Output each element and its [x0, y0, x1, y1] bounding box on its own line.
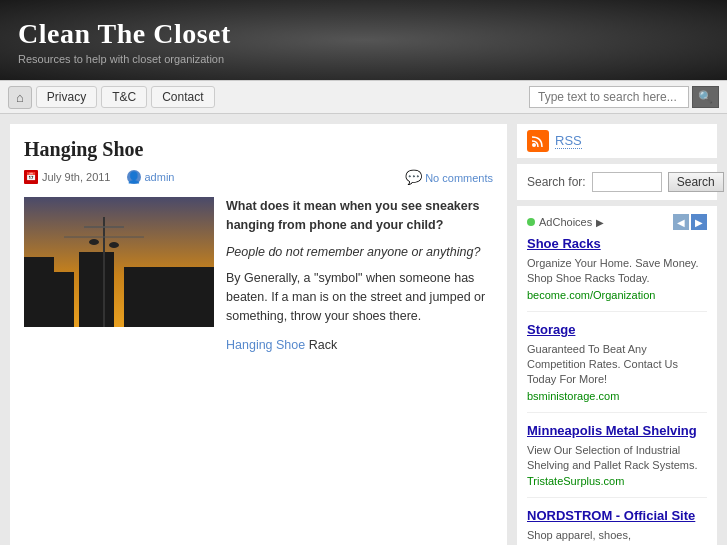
navbar: ⌂ Privacy T&C Contact 🔍: [0, 80, 727, 114]
ad-title[interactable]: Storage: [527, 322, 707, 339]
rss-link[interactable]: RSS: [555, 133, 582, 149]
site-header: Clean The Closet Resources to help with …: [0, 0, 727, 80]
ad-item: Shoe Racks Organize Your Home. Save Mone…: [527, 236, 707, 312]
post-comments-link[interactable]: No comments: [425, 172, 493, 184]
sidebar: RSS Search for: Search AdChoices ▶ ◀ ▶: [517, 124, 717, 545]
sidebar-search: Search for: Search: [517, 164, 717, 200]
calendar-icon: 📅: [24, 170, 38, 184]
nav-tc[interactable]: T&C: [101, 86, 147, 108]
ads-navigation: ◀ ▶: [673, 214, 707, 230]
post-link-line: Hanging Shoe Rack: [226, 336, 493, 355]
home-button[interactable]: ⌂: [8, 86, 32, 109]
ad-description: Organize Your Home. Save Money. Shop Sho…: [527, 256, 707, 287]
sidebar-search-label: Search for:: [527, 175, 586, 189]
svg-rect-4: [124, 267, 214, 327]
post-author: 👤 admin: [127, 170, 175, 184]
sidebar-search-input[interactable]: [592, 172, 662, 192]
comment-icon: 💬: [405, 169, 422, 185]
post-italic: People do not remember anyone or anythin…: [226, 243, 493, 262]
content-wrapper: Hanging Shoe 📅 July 9th, 2011 👤 admin 💬 …: [0, 114, 727, 545]
ads-play-icon: ▶: [596, 217, 604, 228]
main-content: Hanging Shoe 📅 July 9th, 2011 👤 admin 💬 …: [10, 124, 507, 545]
ads-label: AdChoices ▶: [527, 216, 604, 228]
ad-item: Minneapolis Metal Shelving View Our Sele…: [527, 423, 707, 499]
svg-point-10: [532, 143, 536, 147]
post-title: Hanging Shoe: [24, 138, 493, 161]
post-body: By Generally, a "symbol" when someone ha…: [226, 269, 493, 325]
svg-point-9: [109, 242, 119, 248]
site-subtitle: Resources to help with closet organizati…: [18, 53, 709, 65]
svg-rect-3: [79, 252, 114, 327]
post-link[interactable]: Hanging Shoe: [226, 338, 305, 352]
ads-list: Shoe Racks Organize Your Home. Save Mone…: [527, 236, 707, 545]
ad-item: Storage Guaranteed To Beat Any Competiti…: [527, 322, 707, 413]
ads-header: AdChoices ▶ ◀ ▶: [527, 214, 707, 230]
ad-title[interactable]: NORDSTROM - Official Site: [527, 508, 707, 525]
ad-url: TristateSurplus.com: [527, 475, 707, 487]
site-title: Clean The Closet: [18, 18, 709, 50]
ads-dot-icon: [527, 218, 535, 226]
nav-search-button[interactable]: 🔍: [692, 86, 719, 108]
ad-url: bsministorage.com: [527, 390, 707, 402]
ad-description: Shop apparel, shoes,: [527, 528, 707, 543]
nav-left: ⌂ Privacy T&C Contact: [8, 86, 215, 109]
nav-contact[interactable]: Contact: [151, 86, 214, 108]
nav-search-input[interactable]: [529, 86, 689, 108]
rss-icon: [527, 130, 549, 152]
post-comments: 💬 No comments: [405, 169, 493, 185]
svg-rect-2: [54, 272, 74, 327]
post-question: What does it mean when you see sneakers …: [226, 197, 493, 235]
post-meta: 📅 July 9th, 2011 👤 admin 💬 No comments: [24, 169, 493, 185]
ad-item: NORDSTROM - Official Site Shop apparel, …: [527, 508, 707, 545]
user-icon: 👤: [127, 170, 141, 184]
sidebar-ads: AdChoices ▶ ◀ ▶ Shoe Racks Organize Your…: [517, 206, 717, 545]
ad-description: View Our Selection of Industrial Shelvin…: [527, 443, 707, 474]
ads-next-button[interactable]: ▶: [691, 214, 707, 230]
post-date: 📅 July 9th, 2011: [24, 170, 111, 184]
nav-search: 🔍: [529, 86, 719, 108]
post-link-suffix: Rack: [305, 338, 337, 352]
nav-privacy[interactable]: Privacy: [36, 86, 97, 108]
post-text: What does it mean when you see sneakers …: [226, 197, 493, 354]
svg-point-8: [89, 239, 99, 245]
sidebar-search-button[interactable]: Search: [668, 172, 724, 192]
ads-prev-button[interactable]: ◀: [673, 214, 689, 230]
ad-title[interactable]: Shoe Racks: [527, 236, 707, 253]
post-author-link[interactable]: admin: [145, 171, 175, 183]
svg-rect-1: [24, 257, 54, 327]
post-content: What does it mean when you see sneakers …: [24, 197, 493, 354]
ad-description: Guaranteed To Beat Any Competition Rates…: [527, 342, 707, 388]
ad-url: become.com/Organization: [527, 289, 707, 301]
sidebar-rss: RSS: [517, 124, 717, 158]
ad-title[interactable]: Minneapolis Metal Shelving: [527, 423, 707, 440]
ads-label-text: AdChoices: [539, 216, 592, 228]
post-date-text: July 9th, 2011: [42, 171, 111, 183]
post-image: [24, 197, 214, 327]
